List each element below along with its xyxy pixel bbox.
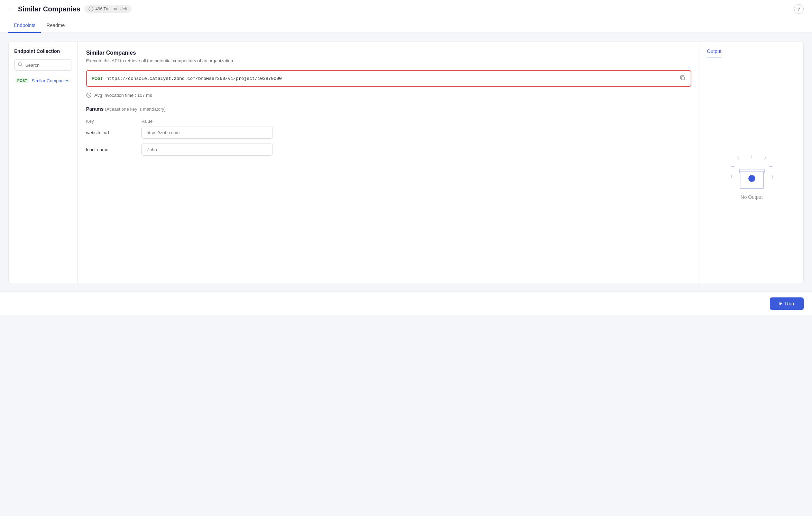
avg-invocation-time: Avg Invocation time : 107 ms — [86, 92, 691, 98]
params-title: Params (Atleast one key is mandatory) — [86, 106, 691, 112]
spark-left — [731, 166, 735, 167]
sidebar: Endpoint Collection POST Similar Compani… — [9, 42, 78, 283]
output-panel: Output No Output — [700, 42, 803, 283]
search-box[interactable] — [14, 59, 72, 71]
search-icon — [18, 62, 22, 68]
header: ← Similar Companies i 496 Trail runs lef… — [0, 0, 812, 18]
spark-tr — [764, 156, 766, 160]
param-row-website-url: website_url — [86, 127, 691, 139]
params-section: Params (Atleast one key is mandatory) Ke… — [86, 106, 691, 160]
svg-line-1 — [21, 65, 22, 66]
bottom-bar: Run — [0, 292, 812, 315]
sidebar-item-label: Similar Companies — [31, 78, 69, 83]
run-button[interactable]: Run — [770, 297, 804, 310]
sidebar-title: Endpoint Collection — [14, 48, 72, 54]
spark-top — [751, 155, 752, 158]
info-icon: i — [89, 7, 93, 11]
trail-badge: i 496 Trail runs left — [84, 5, 131, 13]
page-title: Similar Companies — [18, 5, 80, 13]
spark-right — [769, 166, 773, 167]
clock-icon — [86, 92, 92, 98]
param-input-website-url[interactable] — [141, 127, 273, 139]
method-label: POST — [92, 76, 103, 81]
main-panel: Similar Companies Execute this API to re… — [78, 42, 700, 283]
output-tab[interactable]: Output — [707, 48, 721, 57]
param-key-lead-name: lead_name — [86, 147, 141, 152]
no-output-label: No Output — [741, 194, 763, 200]
tab-endpoints[interactable]: Endpoints — [8, 18, 41, 33]
sidebar-item-similar-companies[interactable]: POST Similar Companies — [14, 76, 72, 85]
back-button[interactable]: ← — [8, 6, 14, 12]
header-left: ← Similar Companies i 496 Trail runs lef… — [8, 5, 131, 13]
param-input-lead-name[interactable] — [141, 144, 273, 156]
spark-tl — [737, 156, 739, 160]
play-icon — [779, 302, 782, 305]
trail-info: 496 Trail runs left — [95, 7, 127, 11]
search-input[interactable] — [25, 63, 68, 68]
back-icon: ← — [8, 6, 14, 12]
spark-br — [771, 175, 773, 178]
empty-state-illustration — [731, 154, 773, 189]
endpoint-title: Similar Companies — [86, 50, 691, 56]
no-output-area: No Output — [707, 78, 796, 276]
run-button-label: Run — [785, 301, 794, 306]
spark-bl — [730, 175, 732, 178]
endpoint-url: https://console.catalyst.zoho.com/browse… — [107, 76, 675, 81]
copy-icon — [680, 75, 685, 81]
tab-readme[interactable]: Readme — [41, 18, 70, 33]
box-dot — [748, 175, 755, 182]
params-note: (Atleast one key is mandatory) — [105, 107, 166, 112]
param-key-website-url: website_url — [86, 130, 141, 135]
tabs-bar: Endpoints Readme — [0, 18, 812, 33]
help-icon: ? — [797, 7, 800, 12]
params-header: Key Value — [86, 119, 691, 124]
box-body — [740, 171, 764, 189]
col-value-label: Value — [141, 119, 153, 124]
method-badge: POST — [16, 78, 29, 83]
svg-rect-2 — [681, 77, 684, 80]
help-button[interactable]: ? — [794, 4, 804, 14]
param-row-lead-name: lead_name — [86, 144, 691, 156]
col-key-label: Key — [86, 119, 141, 124]
avg-time-text: Avg Invocation time : 107 ms — [94, 93, 152, 98]
content-card: Endpoint Collection POST Similar Compani… — [8, 41, 804, 283]
url-bar: POST https://console.catalyst.zoho.com/b… — [86, 70, 691, 87]
endpoint-description: Execute this API to retrieve all the pot… — [86, 58, 691, 63]
main-content: Endpoint Collection POST Similar Compani… — [0, 33, 812, 292]
copy-url-button[interactable] — [679, 74, 686, 83]
